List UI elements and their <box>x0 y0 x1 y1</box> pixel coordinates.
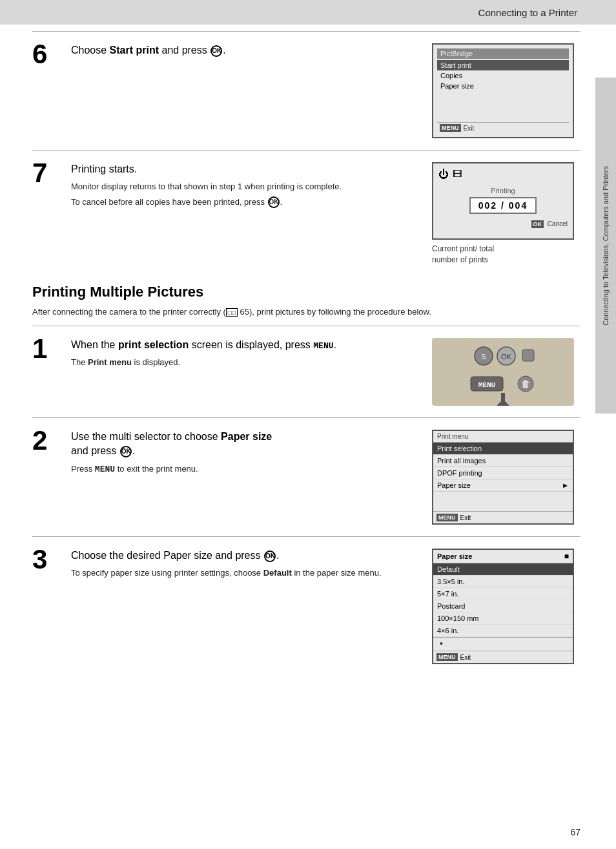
header-title: Connecting to a Printer <box>478 7 577 18</box>
step-1-image: S OK MENU 🗑 <box>432 338 580 406</box>
step-2-menu-key: MENU <box>95 465 115 474</box>
step-6-image: PictBridge Start print Copies Paper size… <box>432 43 580 138</box>
section-intro: After connecting the camera to the print… <box>32 306 580 319</box>
lcd-pm-item-allimages: Print all images <box>433 455 573 467</box>
step-7-section: 7 Printing starts. Monitor display retur… <box>32 150 580 277</box>
step-6-bold: Start print <box>110 45 159 56</box>
section-heading: Printing Multiple Pictures <box>32 284 580 300</box>
ok-icon-3: OK <box>264 550 276 562</box>
camera-buttons-area: S OK MENU 🗑 <box>432 338 574 406</box>
step-2-lcd: Print menu Print selection Print all ima… <box>432 430 574 525</box>
lcd-paper-menu-btn: MENU <box>436 653 458 661</box>
lcd-pm-item-dpof: DPOF printing <box>433 467 573 479</box>
lcd-paper-scroll: • <box>433 637 573 649</box>
lcd-paper-postcard: Postcard <box>433 600 573 613</box>
lcd-title-pictbridge: PictBridge <box>437 48 569 59</box>
step-3-number: 3 <box>32 546 58 573</box>
lcd-pm-arrow-icon: ► <box>562 481 569 489</box>
step-2-section: 2 Use the multi selector to choose Paper… <box>32 417 580 536</box>
step-3-section: 3 Choose the desired Paper size and pres… <box>32 536 580 676</box>
lcd-printing-cancel: OK Cancel <box>438 220 568 227</box>
lcd-paper-5x7: 5×7 in. <box>433 588 573 600</box>
page-number: 67 <box>570 827 580 837</box>
lcd-menu-btn-6: MENU <box>440 124 461 132</box>
lcd-printing-icons: ⏻ 🎞 <box>438 169 568 180</box>
step-2-number: 2 <box>32 427 58 454</box>
header-bar: Connecting to a Printer <box>0 0 616 25</box>
step-3-bold: Default <box>263 568 292 578</box>
lcd-item-papersize-6: Paper size <box>437 81 569 91</box>
lcd-pm-item-papersize: Paper size ► <box>433 479 573 492</box>
lcd-footer-6: MENU Exit <box>437 122 569 133</box>
lcd-ok-cancel-btn: OK <box>531 220 544 228</box>
step-3-desc: To specify paper size using printer sett… <box>71 567 419 580</box>
lcd-pm-item-selection: Print selection <box>433 443 573 455</box>
step-7-image: ⏻ 🎞 Printing 002 / 004 OK Cancel Current… <box>432 162 580 266</box>
lcd-paper-exit-label: Exit <box>460 654 471 661</box>
lcd-pm-title: Print menu <box>433 431 573 443</box>
lcd-item-startprint: Start print <box>437 60 569 70</box>
step-1-number: 1 <box>32 335 58 362</box>
page-ref-icon: □□ <box>226 308 238 317</box>
print-caption: Current print/ total number of prints <box>432 244 580 266</box>
lcd-pm-papersize-label: Paper size <box>437 481 471 489</box>
side-label-text: Connecting to Televisions, Computers and… <box>602 166 610 326</box>
main-content: 6 Choose Start print and press OK. PictB… <box>32 25 580 676</box>
print-caption-line1: Current print/ total <box>432 244 494 253</box>
step-1-print-menu-bold: Print menu <box>88 357 132 367</box>
lcd-item-copies: Copies <box>437 70 569 81</box>
lcd-paper-35x5: 3.5×5 in. <box>433 576 573 588</box>
lcd-pm-exit-label: Exit <box>460 514 471 521</box>
lcd-printing-counter: 002 / 004 <box>469 197 537 214</box>
printing-multiple-section: Printing Multiple Pictures After connect… <box>32 284 580 319</box>
step-7-number: 7 <box>32 160 58 187</box>
step-6-number: 6 <box>32 41 58 68</box>
svg-rect-5 <box>522 350 534 361</box>
step-7-content: Printing starts. Monitor display returns… <box>71 162 419 211</box>
step-7-title: Printing starts. <box>71 162 419 176</box>
step-6-section: 6 Choose Start print and press OK. PictB… <box>32 31 580 150</box>
lcd-paper-default: Default <box>433 563 573 576</box>
step-3-lcd: Paper size ■ Default 3.5×5 in. 5×7 in. P… <box>432 549 574 664</box>
step-1-menu-key: MENU <box>313 341 333 351</box>
side-label: Connecting to Televisions, Computers and… <box>595 78 616 414</box>
step-1-section: 1 When the print selection screen is dis… <box>32 326 580 417</box>
step-2-image: Print menu Print selection Print all ima… <box>432 430 580 525</box>
svg-text:🗑: 🗑 <box>521 379 530 389</box>
step-2-bold: Paper size <box>221 431 272 442</box>
svg-text:MENU: MENU <box>478 381 495 389</box>
lcd-paper-title: Paper size ■ <box>433 550 573 563</box>
lcd-exit-label-6: Exit <box>464 125 475 132</box>
lcd-paper-title-label: Paper size <box>437 552 472 560</box>
step-6-title: Choose Start print and press OK. <box>71 43 419 58</box>
lcd-paper-icon: ■ <box>564 552 569 561</box>
svg-text:OK: OK <box>501 353 512 361</box>
ok-icon-6: OK <box>210 45 222 57</box>
ok-icon-7: OK <box>268 196 280 208</box>
step-7-lcd: ⏻ 🎞 Printing 002 / 004 OK Cancel <box>432 162 574 240</box>
svg-rect-11 <box>501 393 505 403</box>
lcd-pm-footer: MENU Exit <box>433 511 573 523</box>
lcd-paper-4x6: 4×6 in. <box>433 625 573 637</box>
step-2-title: Use the multi selector to choose Paper s… <box>71 430 419 459</box>
step-1-title: When the print selection screen is displ… <box>71 338 419 352</box>
step-1-content: When the print selection screen is displ… <box>71 338 419 372</box>
step-1-bold: print selection <box>118 339 189 350</box>
step-3-content: Choose the desired Paper size and press … <box>71 549 419 582</box>
ok-icon-2: OK <box>120 446 132 457</box>
lcd-printing-label: Printing <box>438 187 568 194</box>
lcd-pm-menu-btn: MENU <box>436 514 458 521</box>
lcd-paper-100x150: 100×150 mm <box>433 613 573 625</box>
step-7-desc2: To cancel before all copies have been pr… <box>71 196 419 209</box>
step-2-desc: Press MENU to exit the print menu. <box>71 463 419 476</box>
lcd-paper-footer: MENU Exit <box>433 651 573 663</box>
step-1-desc: The Print menu is displayed. <box>71 356 419 369</box>
step-3-title: Choose the desired Paper size and press … <box>71 549 419 563</box>
step-7-desc1: Monitor display returns to that shown in… <box>71 180 419 193</box>
camera-buttons-svg: S OK MENU 🗑 <box>432 338 574 406</box>
step-6-content: Choose Start print and press OK. <box>71 43 419 61</box>
svg-text:S: S <box>481 353 486 361</box>
film-icon: 🎞 <box>453 169 462 180</box>
step-6-lcd: PictBridge Start print Copies Paper size… <box>432 43 574 138</box>
scroll-dot: • <box>436 639 447 648</box>
